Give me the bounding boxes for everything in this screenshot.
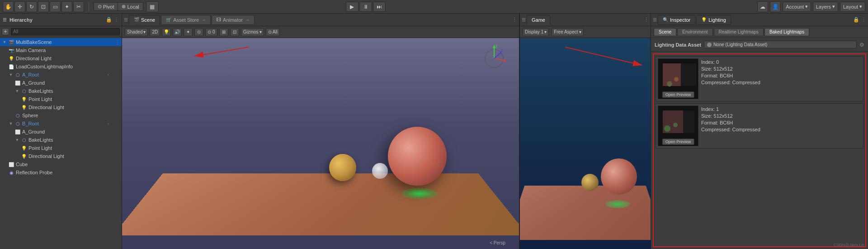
fx-toggle[interactable]: ✦ <box>184 28 193 36</box>
layers-dropdown[interactable]: Layers ▾ <box>813 2 838 12</box>
scene-viewport[interactable]: y z < Persp <box>122 38 519 249</box>
more-tab-icon[interactable]: ⋮ <box>861 17 866 23</box>
grid-toggle[interactable]: ⊞ <box>219 28 228 36</box>
small-sphere <box>329 154 356 181</box>
tree-item-multibake[interactable]: ▼ 🎬 MultiBakeScene ⋮ <box>0 38 122 46</box>
lighting-tab[interactable]: 💡 Lighting <box>696 15 731 25</box>
more-icon[interactable]: ⋮ <box>114 17 119 23</box>
tree-item-refl-probe[interactable]: ◉ Reflection Probe <box>0 168 122 177</box>
environment-sub-tab[interactable]: Environment <box>677 28 712 36</box>
animator-tab[interactable]: 🎞 Animator → <box>212 15 255 25</box>
scene-tab[interactable]: 🎬 Scene <box>129 15 160 25</box>
aspect-dropdown[interactable]: Free Aspect ▾ <box>552 28 583 36</box>
scene-toolbar: Shaded ▾ 2D 💡 🔊 ✦ ⊙ ⊙ 0 ⊞ ⊡ Gizmos ▾ <box>122 26 519 38</box>
index-row-0: Index: 0 <box>701 59 760 65</box>
scene-sub-tab[interactable]: Scene <box>654 28 676 36</box>
account-layers-group: Account ▾ Layers ▾ Layout ▾ <box>783 2 865 12</box>
tree-item-cube[interactable]: ⬜ Cube <box>0 160 122 168</box>
svg-rect-17 <box>681 63 697 86</box>
layer-dropdown[interactable]: ⊙ 0 <box>205 28 217 36</box>
arrow-icon-2: → <box>245 18 250 22</box>
tree-item-b-root[interactable]: ▼ ⬡ B_Root › <box>0 120 122 128</box>
probe-icon: ◉ <box>8 169 14 176</box>
camera-icon: 📷 <box>8 47 14 53</box>
account-dropdown[interactable]: Account ▾ <box>783 2 811 12</box>
custom-tool[interactable]: ✂ <box>73 1 84 12</box>
tree-item-main-camera[interactable]: 📷 Main Camera <box>0 46 122 54</box>
add-hierarchy-button[interactable]: + <box>2 28 9 35</box>
search-all-label: ⊙ All <box>268 29 278 34</box>
index-row-1: Index: 1 <box>701 106 760 112</box>
account-label: Account <box>786 4 804 10</box>
scale-tool[interactable]: ⊡ <box>38 1 49 12</box>
scene-toolbar-more[interactable]: ⊙ <box>194 28 203 36</box>
pivot-button[interactable]: ⊙ Pivot <box>94 3 118 10</box>
tree-item-dir-light-top[interactable]: 💡 Directional Light <box>0 54 122 62</box>
hand-tool[interactable]: ✋ <box>3 1 14 12</box>
cloud-icon[interactable]: ☁ <box>757 1 768 12</box>
watermark: CSDN@Java.Lin <box>834 243 864 247</box>
a-root-label: A_Root <box>22 72 39 77</box>
baked-sub-tab[interactable]: Baked Lightmaps <box>764 28 809 36</box>
scene-menu-dot[interactable]: ⋮ <box>512 17 517 23</box>
tree-item-a-ground-b[interactable]: ⬜ A_Ground <box>0 128 122 136</box>
tree-item-point-light-a[interactable]: 💡 Point Light <box>0 95 122 103</box>
tree-item-bakelights-b[interactable]: ▼ ⬡ BakeLights <box>0 136 122 144</box>
asset-store-tab[interactable]: 🛒 Asset Store → <box>161 15 211 25</box>
step-button[interactable]: ⏭ <box>373 2 386 12</box>
move-tool[interactable]: ✛ <box>14 1 25 12</box>
lighting-tab-label: Lighting <box>708 17 726 23</box>
display-dropdown[interactable]: Display 1 ▾ <box>523 28 549 36</box>
tree-item-sphere[interactable]: ⬡ Sphere <box>0 111 122 120</box>
hierarchy-header: ☰ Hierarchy 🔒 ⋮ <box>0 14 122 26</box>
snap-toggle[interactable]: ⊡ <box>230 28 239 36</box>
transform-tool[interactable]: ✦ <box>61 1 72 12</box>
hierarchy-search[interactable] <box>11 28 120 35</box>
lock-tab-icon[interactable]: 🔒 <box>853 17 859 23</box>
light-toggle[interactable]: 💡 <box>162 28 171 36</box>
lightmap-info-0: Index: 0 Size: 512x512 Format: BC6H Comp… <box>701 58 760 85</box>
play-button[interactable]: ▶ <box>346 2 359 12</box>
tree-item-dir-light-a[interactable]: 💡 Directional Light <box>0 103 122 111</box>
light-icon-b: 💡 <box>21 145 27 151</box>
tree-item-point-light-b[interactable]: 💡 Point Light <box>0 144 122 152</box>
local-button[interactable]: ⊗ Local <box>118 3 142 10</box>
shading-dropdown[interactable]: Shaded ▾ <box>125 28 148 36</box>
inspector-tab[interactable]: 🔍 Inspector <box>658 15 695 25</box>
dir-light-b-label: Directional Light <box>28 153 64 159</box>
open-preview-btn-1[interactable]: Open Preview <box>662 139 694 145</box>
audio-toggle[interactable]: 🔊 <box>173 28 182 36</box>
settings-icon[interactable]: ⚙ <box>859 42 864 48</box>
game-viewport[interactable] <box>520 38 651 249</box>
lighting-data-text: None (Lighting Data Asset) <box>713 42 768 47</box>
tree-item-a-ground[interactable]: ⬜ A_Ground <box>0 79 122 87</box>
center-panels: ☰ 🎬 Scene 🛒 Asset Store → 🎞 Animator → ⋮ <box>122 14 651 249</box>
tree-item-a-root[interactable]: ▼ ⬡ A_Root › <box>0 71 122 79</box>
svg-line-12 <box>565 47 642 65</box>
lock-icon[interactable]: 🔒 <box>106 17 112 23</box>
scene-tab-label: Scene <box>141 17 155 23</box>
search-dropdown[interactable]: ⊙ All <box>266 28 280 36</box>
svg-line-6 <box>494 53 501 58</box>
multibake-menu[interactable]: ⋮ <box>115 40 120 45</box>
animator-icon: 🎞 <box>217 17 221 22</box>
grid-tool[interactable]: ▦ <box>146 1 159 12</box>
tree-item-dir-light-b[interactable]: 💡 Directional Light <box>0 152 122 160</box>
layout-dropdown[interactable]: Layout ▾ <box>840 2 865 12</box>
collab-icon[interactable]: 👤 <box>770 1 781 12</box>
svg-line-10 <box>194 47 249 56</box>
2d-toggle[interactable]: 2D <box>150 28 160 36</box>
gizmos-dropdown[interactable]: Gizmos ▾ <box>241 28 264 36</box>
pause-button[interactable]: ⏸ <box>359 2 372 12</box>
pivot-icon: ⊙ <box>98 4 102 10</box>
rotate-tool[interactable]: ↻ <box>26 1 37 12</box>
rect-tool[interactable]: ▭ <box>50 1 61 12</box>
tree-item-bakelights-a[interactable]: ▼ ⬡ BakeLights <box>0 87 122 95</box>
baked-sub-label: Baked Lightmaps <box>769 29 804 34</box>
game-menu-dot[interactable]: ⋮ <box>644 17 649 23</box>
game-tab[interactable]: Game <box>527 15 550 25</box>
none-dot <box>707 43 712 47</box>
open-preview-btn-0[interactable]: Open Preview <box>662 91 694 98</box>
tree-item-load-custom[interactable]: 📄 LoadCustomLightmapInfo <box>0 62 122 71</box>
realtime-sub-tab[interactable]: Realtime Lightmaps <box>714 28 764 36</box>
